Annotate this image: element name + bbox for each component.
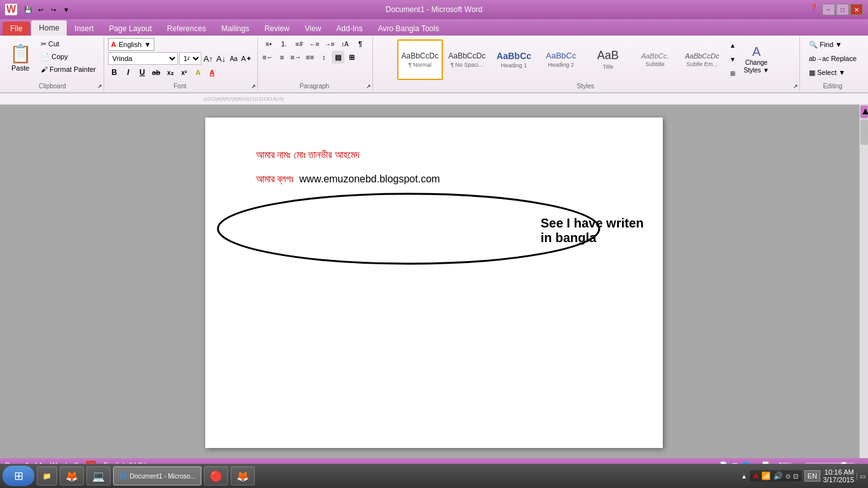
style-no-spacing[interactable]: AaBbCcDc ¶ No Spaci... [444, 39, 490, 80]
scrollbar-up-btn[interactable]: ▲ [860, 105, 868, 118]
close-button[interactable]: ✕ [850, 4, 863, 15]
avro-tray-icon[interactable]: A [754, 472, 759, 480]
tab-view[interactable]: View [297, 22, 329, 36]
language-indicator[interactable]: EN [804, 470, 820, 482]
help-icon[interactable]: ❓ [810, 4, 817, 15]
paste-button[interactable]: 📋 Paste [6, 38, 34, 76]
style-title[interactable]: AaB Title [585, 39, 631, 80]
redo-quick-btn[interactable]: ↪ [48, 4, 59, 15]
styles-expand-btn[interactable]: ⊞ [728, 67, 738, 80]
align-left-btn[interactable]: ≡← [262, 51, 275, 64]
align-center-btn[interactable]: ≡ [276, 51, 288, 64]
decrease-indent-btn[interactable]: ←≡ [308, 38, 322, 50]
bullets-button[interactable]: ≡• [262, 38, 276, 50]
superscript-button[interactable]: x² [178, 66, 191, 79]
sort-button[interactable]: ↕A [338, 38, 352, 50]
text-effects-btn[interactable]: A✦ [241, 53, 252, 64]
clock-display[interactable]: 10:16 AM 3/17/2015 [823, 468, 854, 484]
paste-icon: 📋 [10, 43, 32, 64]
bold-button[interactable]: B [108, 66, 121, 79]
subscript-button[interactable]: x₂ [164, 66, 177, 79]
minimize-button[interactable]: − [822, 4, 835, 15]
align-right-btn[interactable]: ≡→ [290, 51, 302, 64]
underline-button[interactable]: U [136, 66, 149, 79]
change-styles-button[interactable]: A Change Styles ▼ [739, 39, 774, 80]
system-tray: A 📶 🔊 ⊙ ⊡ [750, 470, 802, 482]
taskbar-explorer-btn[interactable]: 📁 [37, 466, 57, 485]
line-spacing-btn[interactable]: ↕ [318, 51, 330, 64]
clear-format-btn[interactable]: Aa [228, 53, 240, 64]
font-row2: Vrinda 14 A↑ A↓ Aa A✦ [108, 52, 252, 65]
font-color-btn[interactable]: A [206, 66, 219, 79]
style-heading2-label: Heading 2 [548, 62, 574, 68]
tab-add-ins[interactable]: Add-Ins [329, 22, 370, 36]
maximize-button[interactable]: □ [836, 4, 849, 15]
save-quick-btn[interactable]: 💾 [22, 4, 34, 15]
font-expand-icon[interactable]: ↗ [251, 83, 256, 90]
text-highlight-btn[interactable]: A [192, 66, 205, 79]
tab-avro[interactable]: Avro Bangla Tools [370, 22, 447, 36]
clipboard-expand-icon[interactable]: ↗ [97, 83, 102, 90]
strikethrough-button[interactable]: ab [150, 66, 163, 79]
numbering-button[interactable]: 1. [277, 38, 291, 50]
taskbar-word-btn[interactable]: W Document1 - Microso... [113, 466, 201, 485]
undo-quick-btn[interactable]: ↩ [35, 4, 46, 15]
find-button[interactable]: 🔍 Find ▼ [804, 38, 862, 51]
paragraph-expand-icon[interactable]: ↗ [366, 83, 371, 90]
show-hide-btn[interactable]: ¶ [353, 38, 367, 50]
tab-references[interactable]: References [159, 22, 214, 36]
cut-button[interactable]: ✂ Cut [38, 38, 98, 50]
styles-scroll-up-btn[interactable]: ▲ [728, 39, 738, 52]
decrease-font-btn[interactable]: A↓ [215, 53, 227, 64]
style-subtle-em[interactable]: AaBbCcDc Subtle Em... [679, 39, 725, 80]
styles-expand-icon[interactable]: ↗ [793, 83, 798, 90]
style-normal[interactable]: AaBbCcDc ¶ Normal [397, 39, 443, 80]
volume-icon[interactable]: 🔊 [773, 471, 783, 480]
scrollbar-track[interactable]: ▲ [859, 105, 868, 458]
editing-content: 🔍 Find ▼ ab→ac Replace ▦ Select ▼ [804, 38, 862, 88]
tray-icon2[interactable]: ⊡ [793, 473, 798, 480]
shading-btn[interactable]: ▤ [332, 51, 344, 64]
scrollbar-thumb[interactable] [860, 119, 868, 145]
bangla-line2-prefix: আমার ব্লগঃ [256, 173, 294, 184]
tab-mailings[interactable]: Mailings [214, 22, 257, 36]
font-size-select[interactable]: 14 [179, 52, 201, 65]
tab-review[interactable]: Review [257, 22, 297, 36]
styles-scroll-down-btn[interactable]: ▼ [728, 53, 738, 66]
customize-quick-btn[interactable]: ▼ [60, 4, 72, 15]
select-label: Select [817, 69, 837, 76]
firefox-icon: 🦊 [236, 470, 249, 482]
tab-page-layout[interactable]: Page Layout [101, 22, 159, 36]
show-desktop-btn[interactable]: ▭ [857, 473, 865, 480]
increase-indent-btn[interactable]: →≡ [323, 38, 337, 50]
borders-btn[interactable]: ⊞ [346, 51, 358, 64]
taskbar-app1-btn[interactable]: 🦊 [60, 466, 84, 485]
taskbar-app3-btn[interactable]: 🔴 [204, 466, 228, 485]
paragraph-group: ≡• 1. ≡# ←≡ →≡ ↕A ¶ ≡← ≡ ≡→ ≡≡ ↕ ▤ ⊞ [258, 37, 373, 91]
increase-font-btn[interactable]: A↑ [203, 53, 214, 64]
style-heading2[interactable]: AaBbCc Heading 2 [538, 39, 584, 80]
style-subtitle[interactable]: AaBbCc. Subtitle [632, 39, 678, 80]
taskbar-firefox-btn[interactable]: 🦊 [231, 466, 255, 485]
start-button[interactable]: ⊞ [3, 466, 34, 486]
copy-button[interactable]: 📄 Copy [38, 51, 98, 62]
tab-home[interactable]: Home [31, 20, 67, 36]
tray-icon1[interactable]: ⊙ [785, 473, 790, 480]
replace-button[interactable]: ab→ac Replace [804, 52, 862, 65]
justify-btn[interactable]: ≡≡ [304, 51, 316, 64]
italic-button[interactable]: I [122, 66, 135, 79]
tab-file[interactable]: File [3, 22, 30, 36]
style-heading1[interactable]: AaBbCc Heading 1 [491, 39, 537, 80]
taskbar-arrow-icon[interactable]: ▲ [741, 473, 747, 480]
font-label: Font [173, 83, 186, 90]
taskbar-app2-btn[interactable]: 💻 [86, 466, 111, 485]
document-page[interactable]: আমার নামঃ মোঃ তানভীর আহমেদ আমার ব্লগঃ ww… [205, 118, 663, 448]
network-icon[interactable]: 📶 [761, 471, 771, 480]
tab-insert[interactable]: Insert [67, 22, 101, 36]
select-button[interactable]: ▦ Select ▼ [804, 66, 862, 79]
format-painter-button[interactable]: 🖌 Format Painter [38, 64, 98, 75]
clipboard-content: 📋 Paste ✂ Cut 📄 Copy 🖌 Format [6, 38, 98, 90]
language-selector[interactable]: A English ▼ [108, 38, 154, 51]
font-family-select[interactable]: Vrinda [108, 52, 178, 65]
multilevel-button[interactable]: ≡# [292, 38, 306, 50]
